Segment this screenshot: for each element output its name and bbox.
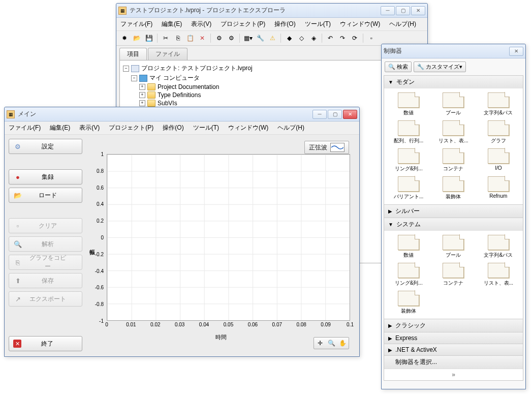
tool4-icon[interactable]: 🔧	[255, 33, 265, 43]
palette-titlebar[interactable]: 制御器 ✕	[382, 44, 525, 58]
expand-icon[interactable]: +	[139, 100, 145, 106]
palette-item[interactable]: I/O	[477, 148, 520, 172]
tree-root[interactable]: − プロジェクト: テストプロジェクト.lvproj	[123, 64, 421, 73]
undo-icon[interactable]: ↶	[325, 33, 335, 43]
save-icon[interactable]: 💾	[144, 33, 154, 43]
section-classic[interactable]: ▶クラシック	[384, 319, 523, 332]
palette-item[interactable]: コンテナ	[432, 263, 475, 287]
tool3-icon[interactable]: ▦▾	[243, 33, 253, 43]
search-button[interactable]: 🔍検索	[385, 62, 412, 72]
palette-item[interactable]: 数値	[387, 235, 430, 259]
tree-item[interactable]: + Type Definitions	[139, 91, 421, 99]
section-system[interactable]: ▼システム	[384, 218, 523, 231]
palette-item[interactable]: 装飾体	[432, 176, 475, 200]
copy-graph-button[interactable]: ⎘グラフをコピー	[9, 255, 82, 270]
section-express[interactable]: ▶Express	[384, 332, 523, 344]
collapse-icon[interactable]: −	[123, 66, 129, 72]
clear-button[interactable]: ▫クリア	[9, 218, 82, 233]
hand-tool-icon[interactable]: ✋	[337, 339, 348, 348]
section-silver[interactable]: ▶シルバー	[384, 204, 523, 218]
palette-item[interactable]: リスト、表...	[432, 120, 475, 144]
settings-button[interactable]: ⚙設定	[9, 139, 82, 154]
tool1-icon[interactable]: ⚙	[214, 33, 224, 43]
cut-icon[interactable]: ✂	[161, 33, 171, 43]
menu-file[interactable]: ファイル(F)	[8, 123, 42, 133]
graph-legend[interactable]: 正弦波	[304, 141, 349, 154]
menu-project[interactable]: プロジェクト(P)	[220, 19, 266, 29]
minimize-button[interactable]: ─	[381, 6, 395, 15]
palette-item[interactable]: 文字列&パス	[477, 235, 520, 259]
section-select[interactable]: ▶制御器を選択...	[384, 355, 523, 369]
menu-file[interactable]: ファイル(F)	[119, 19, 153, 29]
acquire-button[interactable]: ●集録	[9, 169, 82, 185]
export-button[interactable]: ↗エクスポート	[9, 291, 82, 307]
palette-item[interactable]: 装飾体	[387, 291, 430, 315]
maximize-button[interactable]: ▢	[328, 110, 342, 119]
more-indicator[interactable]: »	[384, 369, 523, 380]
palette-item[interactable]: 文字列&パス	[477, 93, 520, 116]
warn-icon[interactable]: ⚠	[267, 33, 277, 43]
palette-item[interactable]: バリアント...	[387, 176, 430, 200]
menu-edit[interactable]: 編集(E)	[161, 19, 183, 29]
close-button[interactable]: ✕	[509, 47, 523, 56]
tab-items[interactable]: 項目	[119, 48, 147, 60]
open-icon[interactable]: 📂	[132, 33, 142, 43]
collapse-icon[interactable]: −	[131, 75, 137, 81]
expand-icon[interactable]: +	[139, 92, 145, 98]
close-button[interactable]: ✕	[411, 6, 425, 15]
tree-item[interactable]: + SubVIs	[139, 99, 421, 107]
tree-computer[interactable]: − マイ コンピュータ	[131, 73, 421, 83]
expand-icon[interactable]: +	[139, 84, 145, 90]
menu-project[interactable]: プロジェクト(P)	[108, 123, 154, 133]
refresh-icon[interactable]: ⟳	[350, 33, 360, 43]
palette-item[interactable]: ブール	[432, 93, 475, 116]
tool7-icon[interactable]: ◈	[308, 33, 319, 43]
tree-item[interactable]: + Project Documentation	[139, 83, 421, 91]
palette-item[interactable]: 配列、行列...	[387, 120, 430, 144]
tool8-icon[interactable]: ▫	[366, 33, 377, 43]
project-titlebar[interactable]: ▦ テストプロジェクト.lvproj - プロジェクトエクスプローラ ─ ▢ ✕	[116, 4, 427, 18]
menu-operate[interactable]: 操作(O)	[273, 19, 296, 29]
tab-files[interactable]: ファイル	[148, 48, 187, 60]
palette-item[interactable]: 数値	[387, 93, 430, 116]
palette-item[interactable]: リング&列...	[387, 148, 430, 172]
menu-tools[interactable]: ツール(T)	[304, 19, 332, 29]
menu-help[interactable]: ヘルプ(H)	[276, 123, 305, 133]
menu-window[interactable]: ウィンドウ(W)	[227, 123, 269, 133]
paste-icon[interactable]: 📋	[185, 33, 195, 43]
menu-operate[interactable]: 操作(O)	[162, 123, 184, 133]
menu-edit[interactable]: 編集(E)	[49, 123, 71, 133]
close-button[interactable]: ✕	[343, 110, 357, 119]
palette-item[interactable]: Refnum	[477, 176, 520, 200]
palette-item[interactable]: ブール	[432, 235, 475, 259]
analyze-button[interactable]: 🔍解析	[9, 236, 82, 252]
new-icon[interactable]: ✸	[119, 33, 130, 43]
delete-icon[interactable]: ✕	[197, 33, 207, 43]
cursor-tool-icon[interactable]: ✛	[315, 339, 325, 348]
menu-view[interactable]: 表示(V)	[78, 123, 101, 133]
customize-button[interactable]: 🔧カスタマイズ▾	[414, 62, 466, 72]
tool5-icon[interactable]: ◆	[284, 33, 294, 43]
zoom-tool-icon[interactable]: 🔍	[326, 339, 336, 348]
menu-window[interactable]: ウィンドウ(W)	[339, 19, 381, 29]
palette-item[interactable]: リング&列...	[387, 263, 430, 287]
vi-titlebar[interactable]: ▦ メイン ─ ▢ ✕	[5, 107, 359, 121]
palette-item[interactable]: グラフ	[477, 120, 520, 144]
exit-button[interactable]: ✕終了	[9, 336, 82, 351]
palette-item[interactable]: リスト、表...	[477, 263, 520, 287]
section-modern[interactable]: ▼モダン	[384, 76, 523, 88]
save-button[interactable]: ⬆保存	[9, 273, 82, 288]
copy-icon[interactable]: ⎘	[173, 33, 183, 43]
load-button[interactable]: 📂ロード	[9, 188, 82, 203]
waveform-graph[interactable]: 正弦波 1 0.8 0.6 0.4 0.2 0 -0.2 -0.4 -0.6 -…	[86, 139, 355, 351]
menu-tools[interactable]: ツール(T)	[192, 123, 220, 133]
tool6-icon[interactable]: ◇	[296, 33, 306, 43]
minimize-button[interactable]: ─	[312, 110, 327, 119]
section-netactivex[interactable]: ▶.NET & ActiveX	[384, 344, 523, 355]
menu-view[interactable]: 表示(V)	[190, 19, 212, 29]
tool2-icon[interactable]: ⚙	[226, 33, 236, 43]
redo-icon[interactable]: ↷	[337, 33, 348, 43]
palette-item[interactable]: コンテナ	[432, 148, 475, 172]
plot-area[interactable]	[107, 154, 350, 321]
menu-help[interactable]: ヘルプ(H)	[388, 19, 417, 29]
